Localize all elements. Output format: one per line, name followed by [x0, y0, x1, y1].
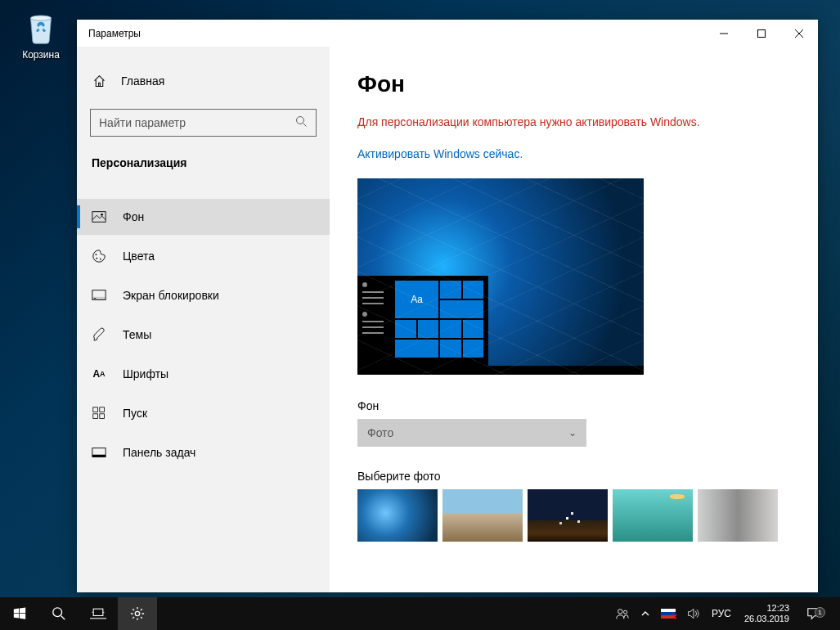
speaker-icon	[687, 607, 700, 620]
desktop-preview: Aa	[357, 178, 644, 375]
tray-date: 26.03.2019	[744, 614, 789, 624]
search-icon	[52, 606, 66, 621]
svg-point-8	[101, 214, 103, 216]
photo-thumb[interactable]	[613, 489, 693, 542]
photo-thumb[interactable]	[698, 489, 778, 542]
sidebar-item-label: Панель задач	[123, 446, 195, 459]
svg-rect-2	[758, 29, 766, 37]
chevron-up-icon	[641, 610, 649, 618]
svg-rect-18	[100, 414, 105, 419]
tray-clock[interactable]: 12:23 26.03.2019	[738, 603, 796, 624]
sidebar-item-label: Экран блокировки	[123, 289, 219, 302]
search-box[interactable]	[90, 109, 317, 137]
home-label: Главная	[121, 74, 164, 88]
section-heading: Персонализация	[77, 148, 330, 182]
taskbar: РУС 12:23 26.03.2019 1	[0, 597, 840, 630]
svg-point-21	[53, 608, 62, 617]
page-title: Фон	[357, 71, 790, 97]
task-view-button[interactable]	[79, 597, 118, 630]
sidebar-item-lockscreen[interactable]: Экран блокировки	[77, 277, 330, 313]
sidebar: Главная Персонализация Фон Цвета	[77, 47, 330, 592]
sidebar-item-label: Цвета	[123, 250, 155, 263]
tray-time: 12:23	[766, 603, 789, 614]
show-desktop-button[interactable]	[832, 597, 837, 630]
tray-language[interactable]: РУС	[707, 597, 736, 630]
svg-rect-14	[94, 298, 97, 299]
minimize-button[interactable]	[705, 20, 743, 47]
recycle-bin-icon	[20, 7, 61, 47]
svg-point-29	[623, 610, 627, 614]
svg-line-6	[303, 123, 307, 126]
photo-thumb[interactable]	[442, 489, 523, 542]
lockscreen-icon	[92, 288, 106, 303]
tray-network[interactable]	[656, 597, 681, 630]
activate-link[interactable]: Активировать Windows сейчас.	[357, 147, 523, 160]
grid-icon	[92, 406, 106, 421]
dropdown-value: Фото	[367, 426, 393, 439]
fonts-icon: AA	[92, 367, 106, 381]
window-title: Параметры	[88, 28, 705, 39]
svg-point-28	[618, 610, 622, 614]
minimize-icon	[720, 29, 728, 38]
svg-point-5	[297, 116, 304, 124]
svg-rect-17	[93, 414, 98, 419]
svg-point-11	[100, 259, 101, 260]
tray-people[interactable]	[610, 597, 635, 630]
svg-rect-20	[92, 455, 106, 457]
recycle-bin[interactable]: Корзина	[10, 7, 72, 61]
sidebar-item-start[interactable]: Пуск	[77, 395, 330, 431]
sidebar-item-label: Фон	[123, 210, 144, 223]
notification-count-badge: 1	[815, 607, 825, 618]
svg-line-22	[61, 616, 65, 620]
start-button[interactable]	[0, 597, 39, 630]
tray-overflow[interactable]	[636, 597, 654, 630]
photo-thumb[interactable]	[357, 489, 438, 542]
sidebar-item-background[interactable]: Фон	[77, 199, 330, 235]
search-icon	[295, 115, 308, 131]
sidebar-item-themes[interactable]: Темы	[77, 317, 330, 353]
titlebar[interactable]: Параметры	[77, 20, 818, 47]
close-button[interactable]	[780, 20, 818, 47]
svg-rect-23	[93, 609, 103, 615]
svg-point-0	[31, 16, 52, 20]
photo-thumbnails	[357, 489, 790, 542]
close-icon	[795, 29, 803, 38]
people-icon	[615, 606, 630, 621]
preview-start-menu: Aa	[357, 276, 488, 366]
home-button[interactable]: Главная	[77, 65, 330, 97]
home-icon	[92, 74, 106, 88]
recycle-bin-label: Корзина	[22, 49, 60, 61]
search-input[interactable]	[99, 116, 295, 129]
maximize-button[interactable]	[743, 20, 780, 47]
svg-point-27	[135, 611, 139, 615]
svg-rect-16	[100, 407, 105, 412]
tray-volume[interactable]	[682, 597, 705, 630]
background-source-label: Фон	[357, 399, 790, 412]
taskbar-app-settings[interactable]	[118, 597, 157, 630]
window-controls	[705, 20, 818, 47]
sidebar-item-label: Темы	[123, 328, 151, 341]
sidebar-item-fonts[interactable]: AA Шрифты	[77, 356, 330, 392]
preview-tile-aa: Aa	[395, 281, 438, 318]
choose-photo-label: Выберите фото	[357, 470, 790, 483]
svg-point-10	[96, 258, 97, 259]
settings-window: Параметры Главная	[77, 20, 818, 592]
network-error-icon	[661, 609, 676, 619]
background-source-dropdown[interactable]: Фото ⌄	[357, 419, 586, 447]
task-view-icon	[90, 607, 106, 620]
sidebar-item-label: Пуск	[123, 407, 147, 420]
gear-icon	[130, 606, 145, 621]
picture-icon	[92, 209, 106, 224]
svg-point-9	[96, 254, 97, 255]
sidebar-item-label: Шрифты	[123, 367, 168, 380]
taskbar-search-button[interactable]	[39, 597, 79, 630]
activation-warning: Для персонализации компьютера нужно акти…	[357, 115, 790, 128]
action-center-button[interactable]: 1	[797, 606, 830, 621]
sidebar-item-taskbar[interactable]: Панель задач	[77, 434, 330, 470]
chevron-down-icon: ⌄	[568, 427, 577, 439]
sidebar-item-colors[interactable]: Цвета	[77, 238, 330, 274]
palette-icon	[92, 249, 106, 263]
brush-icon	[92, 327, 106, 342]
photo-thumb[interactable]	[528, 489, 608, 542]
svg-rect-7	[92, 212, 106, 223]
